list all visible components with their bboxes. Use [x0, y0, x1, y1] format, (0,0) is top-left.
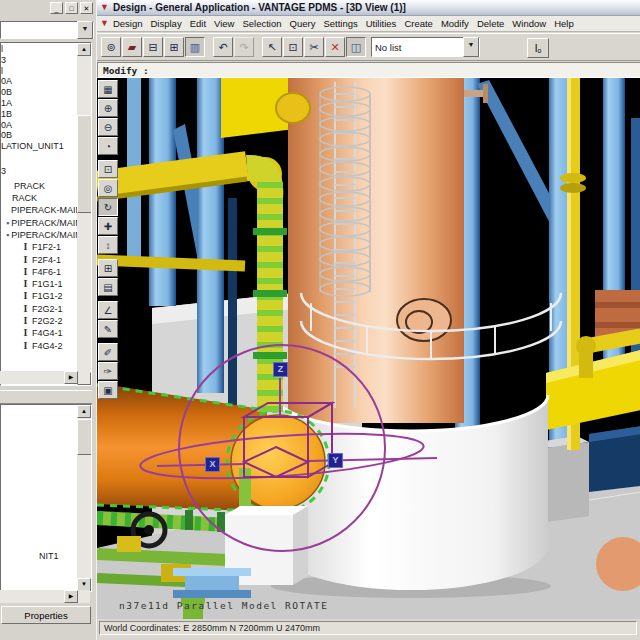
tree-item[interactable]: PRACK	[1, 180, 77, 192]
hierarchy-combo[interactable]: ▼	[0, 21, 94, 39]
import-display-button[interactable]: ⊞	[164, 37, 184, 57]
zoom-window-button[interactable]: ⊡	[98, 160, 118, 178]
scroll-right-icon[interactable]: ▶	[64, 590, 78, 603]
tree-item[interactable]: RACK	[1, 192, 77, 204]
menu-item[interactable]: View	[210, 18, 238, 29]
list-vertical-scrollbar[interactable]: ▲ ▼	[77, 405, 91, 591]
zoom-dynamic-button[interactable]: ◎	[98, 179, 118, 197]
gizmo-axis-x-label[interactable]: X	[205, 457, 220, 472]
gizmo-axis-z-label[interactable]: Z	[273, 362, 288, 377]
delete-button[interactable]: ✕	[325, 37, 345, 57]
scrollbar-thumb[interactable]	[77, 115, 92, 213]
members-list-button[interactable]: ◫	[346, 37, 366, 57]
tree-item[interactable]: I F4F6-1	[1, 266, 77, 278]
scrollbar-thumb[interactable]	[77, 419, 92, 455]
tree-item[interactable]: 3	[1, 55, 77, 66]
export-display-button[interactable]: ⊟	[143, 37, 163, 57]
session-button[interactable]: ⊚	[101, 37, 121, 57]
tree-item-label: F4F6-1	[32, 266, 61, 278]
menu-item[interactable]: Help	[550, 18, 578, 29]
tree-item[interactable]: I F2G2-1	[1, 303, 77, 315]
menu-item[interactable]: Display	[147, 18, 186, 29]
snapshot-button[interactable]: ▣	[98, 381, 118, 399]
tree-item[interactable]: 3	[1, 166, 77, 177]
measure-button[interactable]: ∠	[98, 301, 118, 319]
tree-item[interactable]: l	[1, 66, 77, 77]
menu-item[interactable]: Selection	[238, 18, 285, 29]
menu-item[interactable]: Utilities	[362, 18, 401, 29]
save-work-button[interactable]: ▰	[122, 37, 142, 57]
menu-item[interactable]: Modify	[437, 18, 473, 29]
scroll-up-icon[interactable]: ▲	[77, 405, 91, 418]
menu-item[interactable]: Create	[400, 18, 437, 29]
tree-vertical-scrollbar[interactable]: ▲ ▼	[77, 43, 91, 385]
3d-scene[interactable]	[97, 78, 640, 619]
cut-button[interactable]: ✂	[304, 37, 324, 57]
gizmo-axis-y-label[interactable]: Y	[328, 453, 343, 468]
tree-item[interactable]: 0A	[1, 120, 77, 131]
manhole[interactable]	[397, 299, 451, 341]
chevron-down-icon[interactable]: ▼	[463, 37, 479, 57]
tree-item[interactable]: I F1G1-1	[1, 278, 77, 290]
tree-item[interactable]: 1B	[1, 109, 77, 120]
annotate-3-button[interactable]: ✑	[98, 362, 118, 380]
list-selector-combo[interactable]: No list ▼	[371, 37, 480, 57]
tree-item[interactable]: I F2F4-1	[1, 254, 77, 266]
3d-viewport[interactable]: ▦ ⊕ ⊖ ◔ ⊡ ◎ ↻ ✚ ↕ ⊞	[97, 78, 640, 619]
menu-item[interactable]: Design	[109, 18, 147, 29]
tree-item[interactable]: l	[1, 44, 77, 55]
panel-close-button[interactable]: ✕	[80, 2, 93, 14]
forms-button[interactable]: ⊡	[283, 37, 303, 57]
menu-item[interactable]: Settings	[319, 18, 361, 29]
tree-item[interactable]: 0A	[1, 76, 77, 87]
distillation-column[interactable]	[288, 78, 464, 423]
menu-item[interactable]: Window	[508, 18, 550, 29]
panel-maximize-button[interactable]: □	[65, 2, 78, 14]
menu-item[interactable]: Query	[286, 18, 320, 29]
undo-button[interactable]: ↶	[213, 37, 233, 57]
panel-minimize-button[interactable]: _	[50, 2, 63, 14]
menu-item[interactable]: Edit	[186, 18, 210, 29]
walk-view-button[interactable]: ↕	[98, 236, 118, 254]
pipe-end-disc[interactable]	[276, 93, 310, 123]
tree-horizontal-scrollbar[interactable]: ▶	[0, 371, 90, 384]
tree-item[interactable]: 0B	[1, 87, 77, 98]
redo-button[interactable]: ↷	[234, 37, 254, 57]
child-window-icon[interactable]: ▼	[100, 19, 109, 28]
command-prompt[interactable]: Modify :	[97, 62, 640, 78]
list-horizontal-scrollbar[interactable]: ▶	[0, 590, 90, 603]
view-presets-button[interactable]: ▦	[98, 80, 118, 98]
zoom-in-button[interactable]: ⊕	[98, 99, 118, 117]
view-limits-button[interactable]: ⊞	[98, 259, 118, 277]
select-cursor-button[interactable]: ↖	[262, 37, 282, 57]
tree-item[interactable]: 0B	[1, 130, 77, 141]
tree-item[interactable]: ▪ PIPERACK/MAIN/	[1, 217, 77, 229]
menu-item[interactable]: Delete	[473, 18, 508, 29]
annotate-1-button[interactable]: ✎	[98, 320, 118, 338]
tree-item[interactable]: I F1F2-1	[1, 241, 77, 253]
tree-item[interactable]: I F1G1-2	[1, 290, 77, 302]
tree-item[interactable]: I F4G4-1	[1, 327, 77, 339]
clip-view-button[interactable]: ▤	[98, 278, 118, 296]
scroll-right-icon[interactable]: ▶	[64, 371, 78, 384]
tag-toggle-button[interactable]: Iₒ	[527, 38, 549, 58]
tree-item[interactable]: 1A	[1, 98, 77, 109]
tree-item[interactable]: LATION_UNIT1	[1, 141, 77, 152]
orbit-view-button[interactable]: ◔	[98, 137, 118, 155]
tree-item[interactable]: PIPERACK-MAIN	[1, 204, 77, 216]
list-item[interactable]: NIT1	[39, 551, 59, 561]
annotate-2-button[interactable]: ✐	[98, 343, 118, 361]
scroll-up-icon[interactable]: ▲	[77, 43, 91, 56]
dark-steel-box[interactable]	[589, 426, 640, 492]
properties-button[interactable]: Properties	[1, 606, 91, 624]
panel-divider[interactable]	[0, 390, 92, 404]
tree-item[interactable]: ▪ PIPERACK/MAIN/	[1, 229, 77, 241]
tree-item[interactable]: I F2G2-2	[1, 315, 77, 327]
pan-view-button[interactable]: ✚	[98, 217, 118, 235]
tree-item[interactable]: I F4G4-2	[1, 340, 77, 352]
chevron-down-icon[interactable]: ▼	[77, 21, 93, 39]
rotate-view-button[interactable]: ↻	[98, 198, 118, 216]
title-bar[interactable]: ▼ Design - General Application - VANTAGE…	[97, 0, 640, 16]
paste-graphics-button[interactable]: ▥	[185, 37, 205, 57]
zoom-out-button[interactable]: ⊖	[98, 118, 118, 136]
